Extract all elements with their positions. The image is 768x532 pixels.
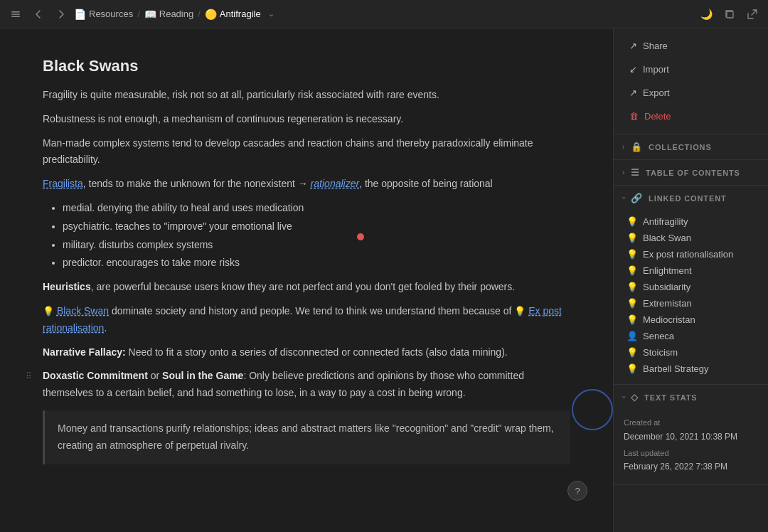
soul-bold: Soul in the Game: [162, 370, 243, 381]
breadcrumb: 📄 Resources / 📖 Reading / 🟡 Antifragile …: [74, 8, 693, 20]
created-at-row: Created at December 10, 2021 10:38 PM: [624, 417, 758, 443]
black-swan-link[interactable]: Black Swan: [57, 305, 109, 316]
antifragile-icon: 🟡: [205, 9, 217, 20]
doxastic-paragraph: ⠿ Doxastic Commitment or Soul in the Gam…: [43, 368, 570, 402]
linked-item-mediocristan[interactable]: 💡 Mediocristan: [622, 312, 759, 328]
export-button[interactable]: ↗ Export: [622, 83, 759, 103]
linked-item-stoicism[interactable]: 💡 Stoicism: [622, 344, 759, 361]
share-button[interactable]: ↗ Share: [622, 36, 759, 56]
breadcrumb-sep-1: /: [137, 9, 140, 19]
red-dot[interactable]: [357, 233, 364, 240]
fragilista-link[interactable]: Fragilista: [43, 178, 83, 189]
toc-header[interactable]: › ☰ TABLE OF CONTENTS: [614, 160, 768, 185]
list-item: psychiatric. teaches to "improve" your e…: [63, 218, 570, 235]
narrative-bold: Narrative Fallacy:: [43, 346, 126, 358]
linked-item-enlightment[interactable]: 💡 Enlightment: [622, 262, 759, 279]
linked-content-header[interactable]: › 🔗 LINKED CONTENT: [614, 186, 768, 211]
content-area[interactable]: Black Swans Fragility is quite measurabl…: [0, 28, 613, 532]
linked-content-list: 💡 Antifragility 💡 Black Swan 💡 Ex post r…: [614, 211, 768, 384]
expand-btn[interactable]: [742, 6, 762, 23]
bulb-mediocristan-icon: 💡: [626, 314, 638, 325]
updated-at-row: Last updated February 26, 2022 7:38 PM: [624, 447, 758, 474]
topbar: 📄 Resources / 📖 Reading / 🟡 Antifragile …: [0, 0, 768, 28]
stats-icon: ◇: [631, 392, 639, 403]
created-value: December 10, 2021 10:38 PM: [624, 430, 758, 443]
list-item: medial. denying the ability to heal and …: [63, 200, 570, 217]
help-button[interactable]: ?: [567, 481, 587, 501]
breadcrumb-antifragile-label: Antifragile: [220, 9, 261, 19]
breadcrumb-dropdown-btn[interactable]: ⌄: [265, 8, 277, 20]
linked-item-seneca[interactable]: 👤 Seneca: [622, 328, 759, 344]
heuristics-bold: Heuristics: [43, 281, 91, 292]
narrative-paragraph: Narrative Fallacy: Need to fit a story o…: [43, 344, 570, 361]
sidebar-actions: ↗ Share ↙ Import ↗ Export 🗑 Delete: [614, 28, 768, 134]
bulb-barbell-icon: 💡: [626, 363, 638, 374]
import-icon: ↙: [629, 64, 637, 75]
linked-content-section: › 🔗 LINKED CONTENT 💡 Antifragility 💡 Bla…: [614, 186, 768, 385]
export-icon: ↗: [629, 87, 637, 98]
toc-icon: ☰: [631, 167, 640, 178]
updated-value: February 26, 2022 7:38 PM: [624, 460, 758, 473]
export-label: Export: [643, 87, 670, 98]
text-stats-header[interactable]: › ◇ TEXT STATS: [614, 385, 768, 410]
doxastic-or: or: [148, 370, 162, 381]
link-icon: 🔗: [631, 193, 643, 203]
linked-item-black-swan[interactable]: 💡 Black Swan: [622, 230, 759, 246]
linked-item-seneca-label: Seneca: [643, 331, 674, 341]
bulb-antifragility-icon: 💡: [626, 216, 638, 227]
import-button[interactable]: ↙ Import: [622, 59, 759, 80]
collections-section: › 🔒 COLLECTIONS: [614, 134, 768, 160]
linked-item-subsidiarity[interactable]: 💡 Subsidiarity: [622, 279, 759, 295]
resources-icon: 📄: [74, 9, 86, 20]
rationalizer-rest: , the opposite of being rational: [359, 178, 493, 189]
bulb-black-swan-icon: 💡: [626, 233, 638, 243]
svg-rect-2: [11, 16, 20, 17]
bulb-ex-post-icon: 💡: [626, 249, 638, 260]
linked-item-extremistan[interactable]: 💡 Extremistan: [622, 295, 759, 312]
heuristics-paragraph: Heuristics, are powerful because users k…: [43, 279, 570, 296]
linked-item-barbell[interactable]: 💡 Barbell Strategy: [622, 361, 759, 377]
linked-item-stoicism-label: Stoicism: [643, 347, 678, 358]
dark-mode-btn[interactable]: 🌙: [696, 6, 717, 23]
article-title: Black Swans: [43, 57, 570, 75]
delete-button[interactable]: 🗑 Delete: [622, 106, 759, 127]
chevron-down-icon: ⌄: [268, 9, 274, 18]
collections-label: COLLECTIONS: [649, 143, 712, 151]
toc-section: › ☰ TABLE OF CONTENTS: [614, 160, 768, 186]
drag-handle[interactable]: ⠿: [26, 369, 32, 383]
block-quote: Money and transactions purify relationsh…: [43, 410, 570, 464]
linked-content-label: LINKED CONTENT: [649, 194, 726, 203]
paragraph-2: Robustness is not enough, a mechanism of…: [43, 111, 570, 128]
linked-item-antifragility[interactable]: 💡 Antifragility: [622, 213, 759, 230]
heuristics-rest: , are powerful because users know they a…: [91, 281, 515, 292]
breadcrumb-resources[interactable]: 📄 Resources: [74, 9, 133, 20]
stats-content: Created at December 10, 2021 10:38 PM La…: [614, 410, 768, 484]
breadcrumb-antifragile[interactable]: 🟡 Antifragile: [205, 9, 261, 20]
text-stats-section: › ◇ TEXT STATS Created at December 10, 2…: [614, 385, 768, 485]
back-btn[interactable]: [28, 6, 48, 23]
reading-icon: 📖: [144, 9, 156, 20]
svg-rect-1: [11, 14, 20, 15]
duplicate-btn[interactable]: [720, 6, 740, 23]
breadcrumb-reading[interactable]: 📖 Reading: [144, 9, 193, 20]
updated-label: Last updated: [624, 447, 758, 459]
sidebar-collapse-btn[interactable]: [6, 6, 26, 23]
text-stats-chevron: ›: [620, 395, 628, 398]
bulb-extremistan-icon: 💡: [626, 298, 638, 309]
paragraph-3: Man-made complex systems tend to develop…: [43, 135, 570, 169]
linked-item-black-swan-label: Black Swan: [643, 233, 691, 243]
bulb-icon-2: 💡: [514, 306, 526, 316]
share-label: Share: [643, 41, 668, 51]
linked-item-antifragility-label: Antifragility: [643, 216, 688, 227]
rationalizer-link[interactable]: rationalizer: [311, 178, 359, 189]
collections-chevron: ›: [622, 143, 625, 151]
delete-label: Delete: [644, 111, 671, 122]
forward-btn[interactable]: [51, 6, 71, 23]
svg-rect-0: [11, 11, 20, 13]
collections-header[interactable]: › 🔒 COLLECTIONS: [614, 134, 768, 159]
linked-item-ex-post[interactable]: 💡 Ex post rationalisation: [622, 246, 759, 262]
toc-chevron: ›: [622, 169, 625, 176]
linked-item-extremistan-label: Extremistan: [643, 298, 692, 309]
topbar-right: 🌙: [696, 6, 762, 23]
linked-item-mediocristan-label: Mediocristan: [643, 314, 695, 325]
